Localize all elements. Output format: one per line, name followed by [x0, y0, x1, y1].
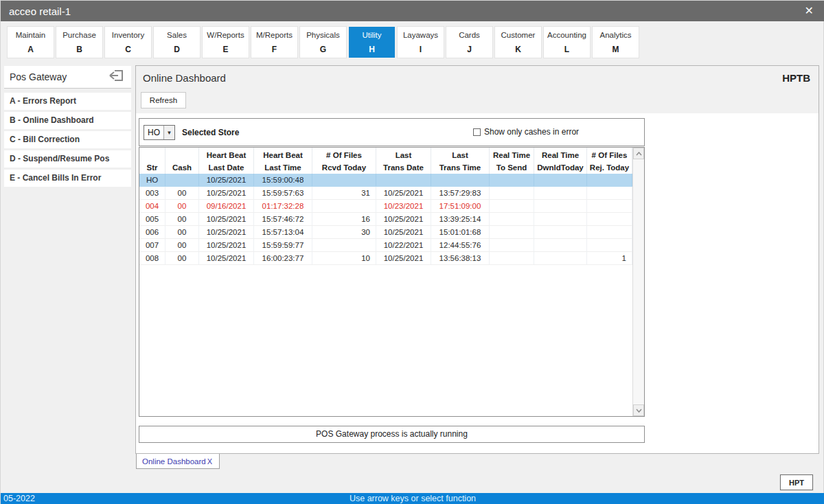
- cell-trans_time: [431, 174, 490, 186]
- footer-bar: 05-2022 Use arrow keys or select functio…: [1, 493, 824, 504]
- tab-accounting[interactable]: AccountingL: [544, 27, 590, 58]
- cell-trans_date: 10/25/2021: [376, 187, 431, 199]
- cell-rt_send: [490, 187, 534, 199]
- tab-maintain[interactable]: MaintainA: [8, 27, 54, 58]
- column-header-line1: Heart Beat: [263, 149, 303, 161]
- error-filter-checkbox[interactable]: Show only cashes in error: [473, 127, 579, 137]
- tab-analytics[interactable]: AnalyticsM: [593, 27, 639, 58]
- cell-str: 008: [139, 252, 165, 264]
- sidebar-item-e[interactable]: E - Cancel Bills In Error: [4, 170, 131, 187]
- checkbox-label: Show only cashes in error: [484, 127, 579, 137]
- cell-files_rej: [587, 174, 632, 186]
- tab-cards[interactable]: CardsJ: [446, 27, 492, 58]
- tab-layaways[interactable]: LayawaysI: [398, 27, 444, 58]
- table-row[interactable]: 0070010/25/202115:59:59:7710/22/202112:4…: [139, 239, 632, 252]
- cell-rt_dwnld: [534, 226, 587, 238]
- cell-hb_time: 15:59:00:48: [254, 174, 312, 186]
- sidebar-item-b[interactable]: B - Online Dashboard: [4, 112, 131, 129]
- table-row[interactable]: 0060010/25/202115:57:13:043010/25/202115…: [139, 226, 632, 239]
- cell-files_rej: [587, 213, 632, 225]
- cell-trans_date: 10/25/2021: [376, 252, 431, 264]
- cell-hb_time: 15:59:59:77: [254, 239, 312, 251]
- tab-close-icon[interactable]: X: [207, 457, 219, 466]
- cell-files_rej: 1: [587, 252, 632, 264]
- column-header-line2: DwnldToday: [537, 161, 584, 174]
- sidebar-item-d[interactable]: D - Suspend/Resume Pos: [4, 150, 131, 168]
- tab-sales[interactable]: SalesD: [154, 27, 200, 58]
- cell-str: 004: [139, 200, 165, 212]
- tab-label: Inventory: [112, 31, 144, 39]
- tab-shortcut-key: H: [369, 45, 375, 54]
- column-header-files_rej: # Of FilesRej. Today: [587, 148, 632, 174]
- cell-rt_dwnld: [534, 200, 587, 212]
- cell-rt_send: [490, 239, 534, 251]
- table-row[interactable]: 0050010/25/202115:57:46:721610/25/202113…: [139, 213, 632, 226]
- column-header-line2: Rej. Today: [590, 161, 629, 174]
- cell-rt_dwnld: [534, 213, 587, 225]
- cell-cash: 00: [165, 213, 199, 225]
- column-header-line2: Last Time: [264, 161, 301, 174]
- tab-purchase[interactable]: PurchaseB: [56, 27, 102, 58]
- refresh-button[interactable]: Refresh: [141, 92, 186, 108]
- tab-shortcut-key: K: [515, 45, 521, 54]
- tab-w-reports[interactable]: W/ReportsE: [203, 27, 249, 58]
- tab-label: Sales: [167, 31, 187, 39]
- column-header-line2: Trans Date: [383, 161, 424, 174]
- open-screen-tab-label: Online Dashboard: [137, 457, 207, 466]
- open-screen-tab[interactable]: Online Dashboard X: [136, 454, 220, 469]
- main-panel: Online Dashboard HPTB Refresh HO ▼ Selec…: [135, 65, 819, 454]
- tab-label: Physicals: [306, 31, 340, 39]
- store-selector-panel: HO ▼ Selected Store Show only cashes in …: [139, 118, 645, 146]
- close-icon[interactable]: ✕: [794, 1, 824, 21]
- sidebar-item-a[interactable]: A - Errors Report: [4, 93, 131, 110]
- sidebar-item-c[interactable]: C - Bill Correction: [4, 131, 131, 148]
- tab-shortcut-key: I: [420, 45, 422, 54]
- tab-shortcut-key: F: [272, 45, 277, 54]
- column-header-files_rcvd: # Of FilesRcvd Today: [312, 148, 376, 174]
- tab-m-reports[interactable]: M/ReportsF: [251, 27, 297, 58]
- cell-hb_date: 10/25/2021: [199, 252, 254, 264]
- cell-cash: 00: [165, 200, 199, 212]
- return-arrow-icon[interactable]: [108, 68, 126, 86]
- tab-physicals[interactable]: PhysicalsG: [300, 27, 346, 58]
- cell-str: 003: [139, 187, 165, 199]
- cell-str: HO: [139, 174, 165, 186]
- screen-code: HPTB: [782, 72, 810, 84]
- column-header-hb_date: Heart BeatLast Date: [199, 148, 254, 174]
- column-header-line1: Real Time: [542, 149, 579, 161]
- tab-shortcut-key: G: [320, 45, 326, 54]
- tab-utility[interactable]: UtilityH: [349, 27, 395, 58]
- column-header-cash: Cash: [165, 148, 199, 174]
- cell-trans_date: 10/25/2021: [376, 213, 431, 225]
- tab-customer[interactable]: CustomerK: [495, 27, 541, 58]
- scroll-down-icon[interactable]: [633, 404, 644, 416]
- store-dropdown[interactable]: HO ▼: [144, 125, 175, 140]
- cell-cash: 00: [165, 187, 199, 199]
- cell-hb_date: 10/25/2021: [199, 174, 254, 186]
- cell-files_rej: [587, 239, 632, 251]
- page-title: Online Dashboard: [143, 72, 226, 84]
- cell-str: 006: [139, 226, 165, 238]
- cell-rt_send: [490, 174, 534, 186]
- tab-shortcut-key: L: [564, 45, 569, 54]
- tab-label: Accounting: [547, 31, 586, 39]
- column-header-line1: Real Time: [493, 149, 530, 161]
- tab-label: Utility: [362, 31, 381, 39]
- tab-inventory[interactable]: InventoryC: [105, 27, 151, 58]
- table-row[interactable]: 0040009/16/202101:17:32:2810/23/202117:5…: [139, 200, 632, 213]
- cell-trans_date: 10/23/2021: [376, 200, 431, 212]
- cell-hb_time: 15:57:13:04: [254, 226, 312, 238]
- cell-str: 007: [139, 239, 165, 251]
- checkbox-icon[interactable]: [473, 128, 481, 136]
- column-header-trans_time: LastTrans Time: [431, 148, 490, 174]
- table-scrollbar[interactable]: [632, 148, 644, 416]
- table-row[interactable]: HO10/25/202115:59:00:48: [139, 174, 632, 187]
- table-row[interactable]: 0030010/25/202115:59:57:633110/25/202113…: [139, 187, 632, 200]
- chevron-down-icon[interactable]: ▼: [163, 126, 174, 139]
- cell-hb_time: 15:57:46:72: [254, 213, 312, 225]
- table-row[interactable]: 0080010/25/202116:00:23:771010/25/202113…: [139, 252, 632, 265]
- title-bar: acceo retail-1 ✕: [1, 1, 824, 21]
- scroll-up-icon[interactable]: [633, 148, 644, 159]
- hpt-button[interactable]: HPT: [780, 474, 813, 490]
- tab-label: W/Reports: [207, 31, 244, 39]
